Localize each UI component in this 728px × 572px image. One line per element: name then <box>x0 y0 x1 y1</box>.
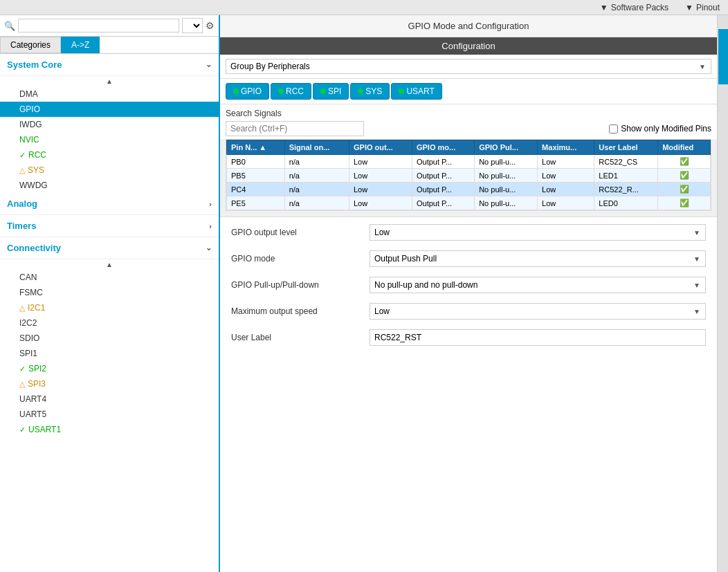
content-area: GPIO Mode and Configuration Configuratio… <box>220 15 717 572</box>
show-modified-checkbox[interactable] <box>609 124 618 133</box>
col-header-mode[interactable]: GPIO mo... <box>412 140 474 155</box>
cell-output: Low <box>349 169 412 183</box>
table-row[interactable]: PE5 n/a Low Output P... No pull-u... Low… <box>227 196 711 210</box>
sidebar-item-uart4[interactable]: UART4 <box>0 391 219 407</box>
gpio-output-level-select[interactable]: Low <box>370 224 706 241</box>
sidebar-item-dma[interactable]: DMA <box>0 86 219 102</box>
ptab-gpio[interactable]: GPIO <box>226 83 269 100</box>
gpio-output-level-wrapper: Low <box>370 224 706 241</box>
content-inner: GPIO Mode and Configuration Configuratio… <box>220 15 717 572</box>
top-bar: ▼ Software Packs ▼ Pinout <box>0 0 728 15</box>
category-timers[interactable]: Timers › <box>0 215 219 237</box>
col-header-pull[interactable]: GPIO Pul... <box>475 140 538 155</box>
cell-output: Low <box>349 155 412 169</box>
cell-pin: PB0 <box>227 155 285 169</box>
pinout-label: Pinout <box>696 3 720 12</box>
category-timers-label: Timers <box>7 221 36 231</box>
search-dropdown[interactable] <box>182 18 203 33</box>
sidebar-item-sys[interactable]: △ SYS <box>0 163 219 178</box>
col-header-modified[interactable]: Modified <box>658 140 711 155</box>
sidebar-item-nvic[interactable]: NVIC <box>0 132 219 147</box>
sidebar-item-label: UART5 <box>19 409 46 419</box>
search-input[interactable] <box>18 19 179 33</box>
sidebar-item-uart5[interactable]: UART5 <box>0 407 219 422</box>
cell-modified: ✅ <box>658 155 711 169</box>
category-analog[interactable]: Analog › <box>0 193 219 215</box>
sidebar-item-can[interactable]: CAN <box>0 270 219 285</box>
ptab-label: GPIO <box>241 86 262 96</box>
group-by-row: Group By Peripherals <box>220 55 717 79</box>
col-header-signal[interactable]: Signal on... <box>284 140 349 155</box>
cell-mode: Output P... <box>412 183 474 196</box>
sidebar-item-spi1[interactable]: SPI1 <box>0 346 219 361</box>
sidebar-item-label: SDIO <box>19 333 39 343</box>
sidebar-item-sdio[interactable]: SDIO <box>0 331 219 346</box>
check-icon: ✓ <box>19 425 26 434</box>
ptab-usart[interactable]: USART <box>391 83 442 100</box>
software-packs-button[interactable]: ▼ Software Packs <box>592 3 677 12</box>
gpio-pull-select[interactable]: No pull-up and no pull-down <box>370 277 706 293</box>
tab-categories[interactable]: Categories <box>0 37 61 53</box>
scroll-up-arrow[interactable]: ▲ <box>0 76 219 86</box>
ptab-rcc[interactable]: RCC <box>271 83 311 100</box>
table-row[interactable]: PB0 n/a Low Output P... No pull-u... Low… <box>227 155 711 169</box>
ptab-spi[interactable]: SPI <box>313 83 349 100</box>
ptab-sys[interactable]: SYS <box>350 83 390 100</box>
col-header-label[interactable]: User Label <box>594 140 658 155</box>
search-icon: 🔍 <box>4 21 15 31</box>
search-bar: 🔍 ⚙ <box>0 15 219 37</box>
sidebar-item-spi2[interactable]: ✓ SPI2 <box>0 361 219 376</box>
cell-max: Low <box>538 169 594 183</box>
cell-modified: ✅ <box>658 196 711 210</box>
cell-pin: PC4 <box>227 183 285 196</box>
sidebar-item-iwdg[interactable]: IWDG <box>0 117 219 132</box>
gpio-mode-wrapper: Output Push Pull <box>370 250 706 267</box>
col-header-pin[interactable]: Pin N... ▲ <box>227 140 285 155</box>
sidebar-item-gpio[interactable]: GPIO <box>0 102 219 117</box>
scrollbar-thumb[interactable] <box>718 29 728 84</box>
chevron-down-icon: ⌄ <box>206 243 212 252</box>
group-by-select[interactable]: Group By Peripherals <box>226 59 711 74</box>
sidebar-item-usart1[interactable]: ✓ USART1 <box>0 422 219 437</box>
cell-max: Low <box>538 183 594 196</box>
sidebar-item-rcc[interactable]: ✓ RCC <box>0 147 219 163</box>
sidebar-item-i2c1[interactable]: △ I2C1 <box>0 300 219 315</box>
sidebar-item-label: FSMC <box>19 288 43 297</box>
table-row[interactable]: PC4 n/a Low Output P... No pull-u... Low… <box>227 183 711 196</box>
sidebar: 🔍 ⚙ Categories A->Z System Core ⌄ ▲ DMA … <box>0 15 220 572</box>
cell-signal: n/a <box>284 169 349 183</box>
ptab-label: USART <box>406 86 434 96</box>
sidebar-item-fsmc[interactable]: FSMC <box>0 285 219 300</box>
sidebar-item-label: I2C2 <box>19 318 37 328</box>
ptab-label: SPI <box>328 86 341 96</box>
signal-search-input[interactable] <box>226 121 364 136</box>
sidebar-item-spi3[interactable]: △ SPI3 <box>0 376 219 391</box>
user-label-label: User Label <box>231 333 370 342</box>
gpio-table: Pin N... ▲ Signal on... GPIO out... GPIO… <box>226 140 711 210</box>
config-header: Configuration <box>220 37 717 55</box>
gear-icon[interactable]: ⚙ <box>206 20 215 31</box>
gpio-mode-select[interactable]: Output Push Pull <box>370 250 706 267</box>
gpio-pull-label: GPIO Pull-up/Pull-down <box>231 280 370 290</box>
cell-label: LED1 <box>594 169 658 183</box>
software-packs-label: Software Packs <box>611 3 668 12</box>
category-connectivity[interactable]: Connectivity ⌄ <box>0 237 219 259</box>
sidebar-item-i2c2[interactable]: I2C2 <box>0 315 219 331</box>
warning-icon: △ <box>19 380 25 389</box>
max-speed-wrapper: Low <box>370 303 706 320</box>
sidebar-item-label: WWDG <box>19 181 48 190</box>
chevron-right-icon: › <box>209 222 212 230</box>
config-row-pull: GPIO Pull-up/Pull-down No pull-up and no… <box>231 277 706 293</box>
category-system-core[interactable]: System Core ⌄ <box>0 54 219 76</box>
table-row[interactable]: PB5 n/a Low Output P... No pull-u... Low… <box>227 169 711 183</box>
col-header-output[interactable]: GPIO out... <box>349 140 412 155</box>
sidebar-item-wwdg[interactable]: WWDG <box>0 178 219 193</box>
tab-az[interactable]: A->Z <box>61 37 100 53</box>
modified-check-label[interactable]: Show only Modified Pins <box>609 124 711 133</box>
col-header-max[interactable]: Maximu... <box>538 140 594 155</box>
category-analog-label: Analog <box>7 199 37 209</box>
user-label-input[interactable] <box>370 329 706 346</box>
pinout-button[interactable]: ▼ Pinout <box>677 3 728 12</box>
scroll-up-arrow-connectivity[interactable]: ▲ <box>0 259 219 270</box>
max-speed-select[interactable]: Low <box>370 303 706 320</box>
